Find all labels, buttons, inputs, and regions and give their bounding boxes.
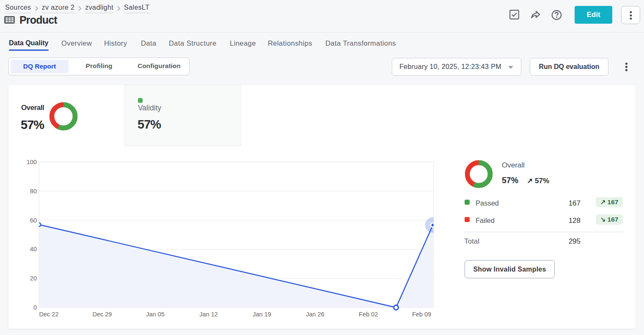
svg-text:100: 100 [27, 159, 37, 165]
svg-text:Jan 12: Jan 12 [199, 311, 218, 318]
svg-text:80: 80 [30, 188, 37, 195]
svg-text:20: 20 [30, 275, 37, 282]
svg-text:0: 0 [33, 304, 37, 311]
svg-text:Feb 02: Feb 02 [359, 311, 378, 318]
svg-text:Feb 09: Feb 09 [412, 311, 431, 318]
svg-text:Dec 29: Dec 29 [92, 311, 112, 318]
svg-text:Dec 22: Dec 22 [39, 311, 59, 318]
svg-text:40: 40 [30, 246, 37, 253]
svg-text:Jan 26: Jan 26 [306, 311, 325, 318]
svg-text:Jan 19: Jan 19 [253, 311, 271, 318]
svg-text:60: 60 [30, 217, 37, 224]
svg-text:Jan 05: Jan 05 [146, 311, 165, 318]
